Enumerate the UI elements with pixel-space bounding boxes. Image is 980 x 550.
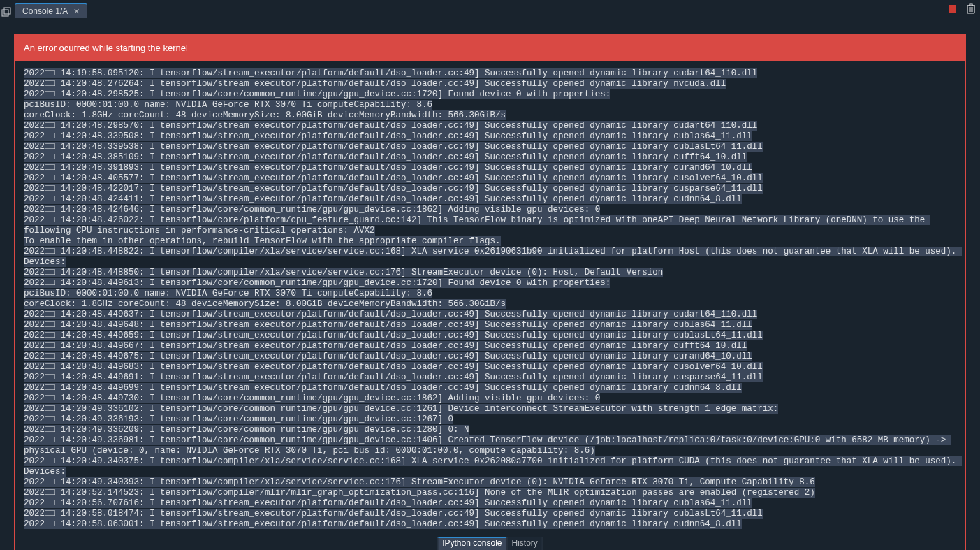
console-line: 2022□□ 14:20:52.144523: I tensorflow/com… [24, 488, 958, 498]
console-line: 2022□□ 14:20:49.336102: I tensorflow/cor… [24, 404, 958, 414]
console-line: pciBusID: 0000:01:00.0 name: NVIDIA GeFo… [24, 289, 958, 299]
tab-ipython-console[interactable]: IPython console [437, 537, 506, 550]
window-restore-icon[interactable] [1, 7, 11, 17]
console-line: 2022□□ 14:20:48.449691: I tensorflow/str… [24, 372, 958, 383]
console-line: 2022□□ 14:20:48.424646: I tensorflow/cor… [24, 205, 958, 215]
console-line: 2022□□ 14:20:48.449667: I tensorflow/str… [24, 341, 958, 352]
console-output[interactable]: 2022□□ 14:19:58.095120: I tensorflow/str… [15, 61, 965, 537]
console-line: coreClock: 1.8GHz coreCount: 48 deviceMe… [24, 110, 958, 121]
console-line: 2022□□ 14:20:48.405577: I tensorflow/str… [24, 173, 958, 184]
stop-kernel-icon[interactable] [949, 5, 956, 13]
svg-rect-0 [2, 10, 8, 16]
console-line: 2022□□ 14:20:48.391893: I tensorflow/str… [24, 163, 958, 173]
console-line: 2022□□ 14:20:48.448822: I tensorflow/com… [24, 247, 958, 268]
console-line: 2022□□ 14:20:49.336209: I tensorflow/cor… [24, 425, 958, 435]
console-line: 2022□□ 14:20:49.340375: I tensorflow/com… [24, 456, 958, 477]
console-line: 2022□□ 14:19:58.095120: I tensorflow/str… [24, 68, 958, 79]
bottom-pane-tabs: IPython console History [437, 537, 543, 550]
console-line: 2022□□ 14:20:48.449675: I tensorflow/str… [24, 352, 958, 362]
console-line: 2022□□ 14:20:48.448850: I tensorflow/com… [24, 268, 958, 278]
console-line: 2022□□ 14:20:48.298570: I tensorflow/str… [24, 121, 958, 131]
console-line: pciBusID: 0000:01:00.0 name: NVIDIA GeFo… [24, 100, 958, 110]
console-tab-label: Console 1/A [22, 6, 68, 16]
console-line: 2022□□ 14:20:48.385109: I tensorflow/str… [24, 152, 958, 163]
console-line: 2022□□ 14:20:49.336981: I tensorflow/cor… [24, 435, 958, 456]
clear-console-icon[interactable] [966, 3, 976, 14]
error-banner-title: An error ocurred while starting the kern… [15, 35, 965, 61]
console-line: 2022□□ 14:20:58.018474: I tensorflow/str… [24, 509, 958, 519]
console-line: 2022□□ 14:20:48.426022: I tensorflow/cor… [24, 215, 958, 236]
console-line: 2022□□ 14:20:58.063001: I tensorflow/str… [24, 519, 958, 530]
console-line: 2022□□ 14:20:56.707616: I tensorflow/str… [24, 498, 958, 509]
console-line: 2022□□ 14:20:48.339508: I tensorflow/str… [24, 131, 958, 142]
tab-history[interactable]: History [507, 537, 543, 550]
svg-rect-1 [4, 8, 10, 14]
console-line: 2022□□ 14:20:48.449637: I tensorflow/str… [24, 310, 958, 320]
console-line: 2022□□ 14:20:49.336193: I tensorflow/cor… [24, 414, 958, 425]
console-line: 2022□□ 14:20:48.298525: I tensorflow/cor… [24, 89, 958, 100]
console-line: 2022□□ 14:20:48.449648: I tensorflow/str… [24, 320, 958, 331]
console-line: 2022□□ 14:20:48.424411: I tensorflow/str… [24, 194, 958, 205]
console-line: 2022□□ 14:20:48.449699: I tensorflow/str… [24, 383, 958, 393]
console-line: 2022□□ 14:20:48.449730: I tensorflow/cor… [24, 393, 958, 404]
console-line: 2022□□ 14:20:49.340393: I tensorflow/com… [24, 477, 958, 488]
console-line: 2022□□ 14:20:48.276264: I tensorflow/str… [24, 79, 958, 89]
console-tab-row: Console 1/A ✕ [15, 3, 87, 18]
console-line: 2022□□ 14:20:48.449659: I tensorflow/str… [24, 331, 958, 341]
top-right-toolbar [949, 3, 976, 14]
console-line: To enable them in other operations, rebu… [24, 236, 958, 247]
console-line: 2022□□ 14:20:48.339538: I tensorflow/str… [24, 142, 958, 152]
console-line: 2022□□ 14:20:48.422017: I tensorflow/str… [24, 184, 958, 194]
console-line: 2022□□ 14:20:48.449613: I tensorflow/cor… [24, 278, 958, 289]
close-icon[interactable]: ✕ [72, 7, 81, 16]
console-panel: An error ocurred while starting the kern… [14, 34, 966, 550]
console-line: 2022□□ 14:20:48.449683: I tensorflow/str… [24, 362, 958, 372]
console-line: coreClock: 1.8GHz coreCount: 48 deviceMe… [24, 299, 958, 310]
console-tab[interactable]: Console 1/A ✕ [15, 3, 87, 18]
